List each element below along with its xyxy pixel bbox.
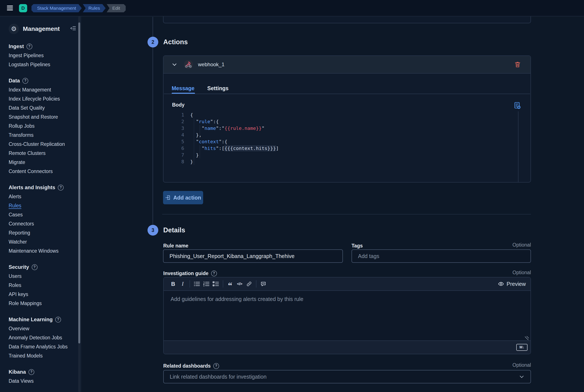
sidebar-item-connectors[interactable]: Connectors	[9, 219, 74, 228]
toolbar-separator	[223, 280, 223, 288]
line-number: 1	[166, 112, 184, 118]
markdown-icon[interactable]: M↓	[516, 344, 528, 351]
sidebar-item-watcher[interactable]: Watcher	[9, 237, 74, 246]
line-number: 4	[166, 132, 184, 138]
list-check-icon[interactable]	[211, 279, 221, 289]
actions-heading: Actions	[163, 37, 188, 47]
sidebar-item-alerts[interactable]: Alerts	[9, 192, 74, 201]
investigation-guide-label: Investigation guide	[163, 270, 209, 276]
code-icon[interactable]: </>	[235, 279, 244, 289]
sidebar-item-index-lifecycle-policies[interactable]: Index Lifecycle Policies	[9, 94, 74, 103]
add-action-button[interactable]: Add action	[163, 191, 203, 204]
top-bar: D Stack ManagementRulesEdit	[0, 0, 584, 16]
body-code-editor[interactable]: 1{2 "rule":{3 "name":"{{rule.name}}"4 },…	[166, 112, 516, 165]
preview-button[interactable]: Preview	[498, 281, 526, 287]
sidebar-item-snapshot-and-restore[interactable]: Snapshot and Restore	[9, 112, 74, 122]
investigation-guide-textarea[interactable]	[164, 291, 531, 341]
menu-icon[interactable]	[7, 6, 13, 10]
help-icon[interactable]: ?	[32, 264, 37, 270]
code-token-plain: ":[	[216, 146, 224, 151]
sidebar-item-ingest-pipelines[interactable]: Ingest Pipelines	[9, 51, 74, 60]
sidebar-item-users[interactable]: Users	[9, 272, 74, 281]
sidebar-item-overview[interactable]: Overview	[9, 324, 74, 333]
sidebar-item-data-frame-analytics-jobs[interactable]: Data Frame Analytics Jobs	[9, 342, 74, 351]
sidebar-section-label: Alerts and Insights?	[9, 183, 74, 192]
sidebar-item-rollup-jobs[interactable]: Rollup Jobs	[9, 122, 74, 130]
code-token-plain: }	[190, 152, 199, 158]
sidebar-item-maintenance-windows[interactable]: Maintenance Windows	[9, 246, 74, 256]
sidebar-item-reporting[interactable]: Reporting	[9, 228, 74, 237]
tab-message[interactable]: Message	[172, 84, 194, 93]
code-token-plain: ]	[276, 146, 279, 151]
sidebar-item-api-keys[interactable]: API keys	[9, 290, 74, 299]
sidebar-section-label: Data?	[9, 76, 74, 85]
collapse-sidebar-icon[interactable]	[70, 25, 76, 32]
link-icon[interactable]	[244, 279, 254, 289]
code-line: 8}	[166, 158, 516, 165]
sidebar-item-trained-models[interactable]: Trained Models	[9, 351, 74, 360]
code-token-plain: "	[190, 146, 204, 151]
editor-scrollbar[interactable]	[518, 111, 519, 182]
app-logo[interactable]: D	[19, 4, 27, 12]
code-token-key: name	[204, 126, 216, 131]
line-number: 7	[166, 152, 184, 158]
list-ul-icon[interactable]	[192, 279, 202, 289]
quote-icon[interactable]: “	[225, 279, 235, 289]
add-action-label: Add action	[173, 194, 201, 201]
sidebar-item-index-management[interactable]: Index Management	[9, 85, 74, 94]
sidebar-section-label: Ingest?	[9, 42, 74, 51]
sidebar-section-data: Data?Index ManagementIndex Lifecycle Pol…	[9, 76, 74, 176]
sidebar-item-role-mappings[interactable]: Role Mappings	[9, 299, 74, 308]
bold-icon[interactable]: B	[168, 279, 178, 289]
help-icon[interactable]: ?	[58, 185, 64, 190]
rule-name-input[interactable]	[163, 250, 343, 263]
sidebar-item-roles[interactable]: Roles	[9, 281, 74, 290]
help-icon[interactable]: ?	[55, 317, 61, 322]
breadcrumb-rules[interactable]: Rules	[83, 4, 106, 12]
help-icon[interactable]: ?	[26, 44, 32, 50]
sidebar-section-kibana: Kibana?Data Views	[9, 368, 74, 386]
related-dashboards-select[interactable]: Link related dashboards for investigatio…	[163, 370, 531, 383]
sidebar-item-data-views[interactable]: Data Views	[9, 376, 74, 386]
comment-icon[interactable]	[259, 279, 268, 289]
help-icon[interactable]: ?	[22, 78, 28, 84]
italic-icon[interactable]: I	[178, 279, 187, 289]
sidebar-item-anomaly-detection-jobs[interactable]: Anomaly Detection Jobs	[9, 333, 74, 342]
resize-handle[interactable]	[525, 336, 529, 340]
tab-settings[interactable]: Settings	[207, 84, 229, 93]
sidebar-item-cross-cluster-replication[interactable]: Cross-Cluster Replication	[9, 140, 74, 149]
sidebar-item-cases[interactable]: Cases	[9, 210, 74, 219]
preview-label: Preview	[507, 281, 526, 287]
list-ol-icon[interactable]	[202, 279, 211, 289]
related-dashboards-label: Related dashboards	[163, 363, 211, 369]
action-accordion-header[interactable]: webhook_1	[163, 56, 531, 74]
line-number: 5	[166, 139, 184, 144]
code-token-plain: "	[262, 126, 264, 131]
tags-input[interactable]	[352, 250, 531, 263]
breadcrumb-stack-management[interactable]: Stack Management	[31, 4, 82, 12]
step-connector-line	[152, 17, 153, 224]
sidebar-item-remote-clusters[interactable]: Remote Clusters	[9, 149, 74, 158]
investigation-guide-editor: BI“</>Preview M↓	[163, 277, 531, 354]
sidebar-item-content-connectors[interactable]: Content Connectors	[9, 167, 74, 176]
indent-guide	[194, 118, 194, 165]
help-icon[interactable]: ?	[28, 369, 34, 375]
sidebar-scrollbar[interactable]	[78, 22, 80, 344]
sidebar-item-rules[interactable]: Rules	[9, 201, 74, 210]
delete-action-icon[interactable]	[514, 61, 521, 68]
sidebar-item-transforms[interactable]: Transforms	[9, 130, 74, 140]
add-variable-icon[interactable]	[513, 102, 521, 110]
breadcrumb-edit: Edit	[107, 4, 126, 12]
previous-section-panel	[163, 16, 531, 23]
breadcrumb: Stack ManagementRulesEdit	[31, 4, 127, 12]
sidebar-item-logstash-pipelines[interactable]: Logstash Pipelines	[9, 60, 74, 69]
line-number: 8	[166, 159, 184, 164]
markdown-footer: M↓	[164, 340, 531, 354]
help-icon[interactable]: ?	[213, 363, 219, 369]
help-icon[interactable]: ?	[211, 270, 217, 276]
sidebar: ⚙ Management Ingest?Ingest PipelinesLogs…	[0, 16, 81, 392]
sidebar-item-migrate[interactable]: Migrate	[9, 158, 74, 167]
sidebar-item-data-set-quality[interactable]: Data Set Quality	[9, 103, 74, 112]
chevron-down-icon[interactable]	[172, 62, 177, 67]
chevron-down-icon	[519, 374, 525, 380]
